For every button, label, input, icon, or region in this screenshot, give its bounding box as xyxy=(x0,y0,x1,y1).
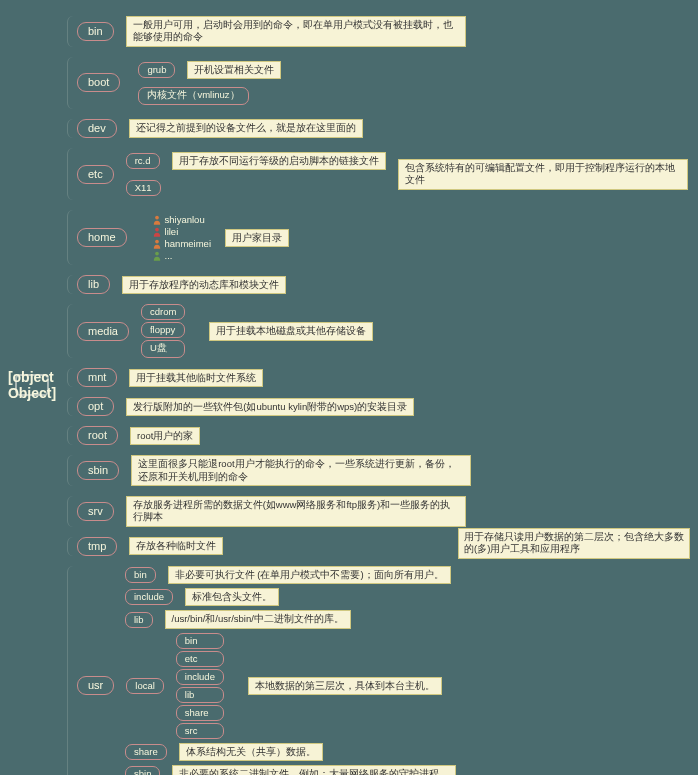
section-bin: bin 一般用户可用，启动时会用到的命令，即在单用户模式没有被挂载时，也能够使用… xyxy=(77,16,698,47)
desc-usr-share: 体系结构无关（共享）数据。 xyxy=(179,743,323,761)
node-local-etc[interactable]: etc xyxy=(176,651,224,667)
user-label: shiyanlou xyxy=(165,214,205,225)
svg-point-3 xyxy=(155,252,159,256)
desc-usr-include: 标准包含头文件。 xyxy=(185,588,279,606)
svg-point-1 xyxy=(155,228,159,232)
node-usr-local[interactable]: local xyxy=(126,678,164,694)
desc-etc-right: 包含系统特有的可编辑配置文件，即用于控制程序运行的本地文件 xyxy=(398,159,688,190)
user-label: hanmeimei xyxy=(165,238,211,249)
person-icon xyxy=(153,227,161,237)
person-icon xyxy=(153,251,161,261)
desc-media: 用于挂载本地磁盘或其他存储设备 xyxy=(209,322,373,340)
section-root: root root用户的家 xyxy=(77,426,698,445)
desc-mnt: 用于挂载其他临时文件系统 xyxy=(129,369,263,387)
node-dev[interactable]: dev xyxy=(77,119,117,138)
node-tmp[interactable]: tmp xyxy=(77,537,117,556)
node-local-share[interactable]: share xyxy=(176,705,224,721)
desc-usr-right: 用于存储只读用户数据的第二层次；包含绝大多数的(多)用户工具和应用程序 xyxy=(458,528,690,559)
desc-usr-lib: /usr/bin/和/usr/sbin/中二进制文件的库。 xyxy=(165,610,351,628)
node-usr-bin[interactable]: bin xyxy=(125,567,156,583)
node-grub[interactable]: grub xyxy=(138,62,175,78)
node-usr-sbin[interactable]: sbin xyxy=(125,766,160,775)
node-etc[interactable]: etc xyxy=(77,165,114,184)
desc-sbin: 这里面很多只能退root用户才能执行的命令，一些系统进行更新，备份，还原和开关机… xyxy=(131,455,471,486)
svg-point-2 xyxy=(155,240,159,244)
section-home: home shiyanlou lilei hanmeimei ... xyxy=(77,210,698,265)
node-mnt[interactable]: mnt xyxy=(77,368,117,387)
user-label: lilei xyxy=(165,226,179,237)
svg-point-0 xyxy=(155,216,159,220)
root-node[interactable]: [object Object] xyxy=(15,374,49,396)
desc-lib: 用于存放程序的动态库和模块文件 xyxy=(122,276,286,294)
node-usr-share[interactable]: share xyxy=(125,744,167,760)
node-rootdir[interactable]: root xyxy=(77,426,118,445)
desc-tmp: 存放各种临时文件 xyxy=(129,537,223,555)
node-kernel[interactable]: 内核文件（vmlinuz） xyxy=(138,87,248,105)
node-x11[interactable]: X11 xyxy=(126,180,161,196)
section-opt: opt 发行版附加的一些软件包(如ubuntu kylin附带的wps)的安装目… xyxy=(77,397,698,416)
desc-grub: 开机设置相关文件 xyxy=(187,61,281,79)
node-opt[interactable]: opt xyxy=(77,397,114,416)
desc-usr-sbin: 非必要的系统二进制文件，例如：大量网络服务的守护进程。 xyxy=(172,765,456,775)
node-srv[interactable]: srv xyxy=(77,502,114,521)
desc-srv: 存放服务进程所需的数据文件(如www网络服务和ftp服务)和一些服务的执行脚本 xyxy=(126,496,466,527)
node-home[interactable]: home xyxy=(77,228,127,247)
section-mnt: mnt 用于挂载其他临时文件系统 xyxy=(77,368,698,387)
node-cdrom[interactable]: cdrom xyxy=(141,304,185,320)
home-user-list: shiyanlou lilei hanmeimei ... xyxy=(147,210,217,265)
section-media: media cdrom floppy U盘 用于挂载本地磁盘或其他存储设备 xyxy=(77,304,698,358)
user-more: ... xyxy=(153,250,211,261)
tree-container: bin 一般用户可用，启动时会用到的命令，即在单用户模式没有被挂载时，也能够使用… xyxy=(77,16,698,775)
section-srv: srv 存放服务进程所需的数据文件(如www网络服务和ftp服务)和一些服务的执… xyxy=(77,496,698,527)
desc-rootdir: root用户的家 xyxy=(130,427,200,445)
user-shiyanlou: shiyanlou xyxy=(153,214,211,225)
person-icon xyxy=(153,215,161,225)
node-boot[interactable]: boot xyxy=(77,73,120,92)
node-bin[interactable]: bin xyxy=(77,22,114,41)
node-sbin[interactable]: sbin xyxy=(77,461,119,480)
section-etc: etc rc.d 用于存放不同运行等级的启动脚本的链接文件 X11 包含系统特有… xyxy=(77,148,698,200)
section-lib: lib 用于存放程序的动态库和模块文件 xyxy=(77,275,698,294)
user-label: ... xyxy=(165,250,173,261)
user-hanmeimei: hanmeimei xyxy=(153,238,211,249)
section-dev: dev 还记得之前提到的设备文件么，就是放在这里面的 xyxy=(77,119,698,138)
node-floppy[interactable]: floppy xyxy=(141,322,185,338)
node-local-src[interactable]: src xyxy=(176,723,224,739)
node-local-include[interactable]: include xyxy=(176,669,224,685)
section-usr: bin 非必要可执行文件 (在单用户模式中不需要)；面向所有用户。 includ… xyxy=(77,566,698,775)
node-media[interactable]: media xyxy=(77,322,129,341)
node-local-bin[interactable]: bin xyxy=(176,633,224,649)
desc-home: 用户家目录 xyxy=(225,229,289,247)
section-boot: boot grub 开机设置相关文件 内核文件（vmlinuz） xyxy=(77,57,698,109)
desc-usr-bin: 非必要可执行文件 (在单用户模式中不需要)；面向所有用户。 xyxy=(168,566,451,584)
node-rcd[interactable]: rc.d xyxy=(126,153,160,169)
node-lib[interactable]: lib xyxy=(77,275,110,294)
node-udisk[interactable]: U盘 xyxy=(141,340,185,358)
user-lilei: lilei xyxy=(153,226,211,237)
desc-rcd: 用于存放不同运行等级的启动脚本的链接文件 xyxy=(172,152,386,170)
node-usr[interactable]: usr xyxy=(77,676,114,695)
desc-usr-local: 本地数据的第三层次，具体到本台主机。 xyxy=(248,677,442,695)
desc-dev: 还记得之前提到的设备文件么，就是放在这里面的 xyxy=(129,119,363,137)
node-local-lib[interactable]: lib xyxy=(176,687,224,703)
node-usr-lib[interactable]: lib xyxy=(125,612,153,628)
desc-bin: 一般用户可用，启动时会用到的命令，即在单用户模式没有被挂载时，也能够使用的命令 xyxy=(126,16,466,47)
person-icon xyxy=(153,239,161,249)
desc-opt: 发行版附加的一些软件包(如ubuntu kylin附带的wps)的安装目录 xyxy=(126,398,414,416)
node-usr-include[interactable]: include xyxy=(125,589,173,605)
section-sbin: sbin 这里面很多只能退root用户才能执行的命令，一些系统进行更新，备份，还… xyxy=(77,455,698,486)
